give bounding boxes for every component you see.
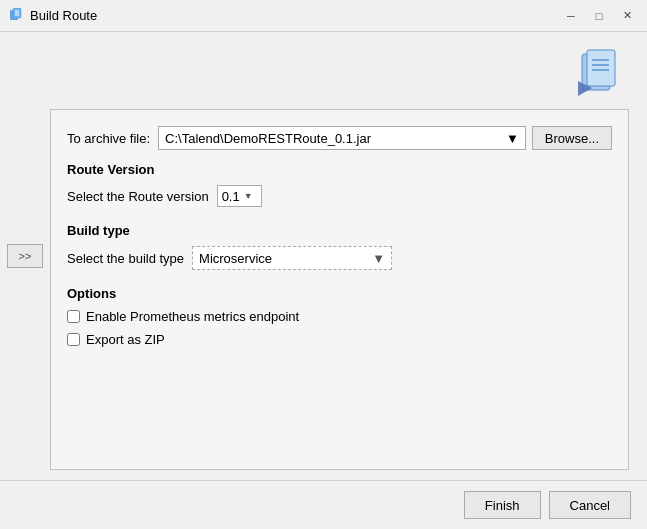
icon-area	[50, 42, 637, 109]
window-title: Build Route	[30, 8, 559, 23]
version-select[interactable]: 0.1 ▼	[217, 185, 262, 207]
minimize-button[interactable]: ─	[559, 6, 583, 26]
bottom-bar: Finish Cancel	[0, 480, 647, 529]
build-type-value: Microservice	[199, 251, 272, 266]
export-zip-label[interactable]: Export as ZIP	[86, 332, 165, 347]
cancel-button[interactable]: Cancel	[549, 491, 631, 519]
version-field-label: Select the Route version	[67, 189, 209, 204]
build-type-dropdown-arrow: ▼	[372, 251, 385, 266]
close-button[interactable]: ✕	[615, 6, 639, 26]
build-type-select[interactable]: Microservice ▼	[192, 246, 392, 270]
browse-button[interactable]: Browse...	[532, 126, 612, 150]
content-area: >> To archive file:	[0, 32, 647, 480]
build-type-label: Build type	[67, 223, 612, 238]
window-controls: ─ □ ✕	[559, 6, 639, 26]
maximize-button[interactable]: □	[587, 6, 611, 26]
main-panel: To archive file: C:\Talend\DemoRESTRoute…	[50, 32, 647, 480]
finish-button[interactable]: Finish	[464, 491, 541, 519]
export-zip-row: Export as ZIP	[67, 332, 612, 347]
form-container: To archive file: C:\Talend\DemoRESTRoute…	[50, 109, 629, 470]
archive-file-row: To archive file: C:\Talend\DemoRESTRoute…	[67, 126, 612, 150]
build-type-field-label: Select the build type	[67, 251, 184, 266]
svg-rect-6	[587, 50, 615, 86]
archive-label: To archive file:	[67, 131, 150, 146]
archive-value: C:\Talend\DemoRESTRoute_0.1.jar	[165, 131, 371, 146]
archive-dropdown-arrow: ▼	[506, 131, 519, 146]
wizard-icon	[574, 46, 629, 101]
build-type-row: Select the build type Microservice ▼	[67, 246, 612, 270]
export-zip-checkbox[interactable]	[67, 333, 80, 346]
prometheus-checkbox[interactable]	[67, 310, 80, 323]
prometheus-label[interactable]: Enable Prometheus metrics endpoint	[86, 309, 299, 324]
version-row: Select the Route version 0.1 ▼	[67, 185, 612, 207]
version-value: 0.1	[222, 189, 240, 204]
title-bar: Build Route ─ □ ✕	[0, 0, 647, 32]
left-panel: >>	[0, 32, 50, 480]
app-icon	[8, 8, 24, 24]
route-version-label: Route Version	[67, 162, 612, 177]
expand-button[interactable]: >>	[7, 244, 43, 268]
version-dropdown-arrow: ▼	[244, 191, 253, 201]
prometheus-row: Enable Prometheus metrics endpoint	[67, 309, 612, 324]
options-section: Options Enable Prometheus metrics endpoi…	[67, 286, 612, 347]
archive-input[interactable]: C:\Talend\DemoRESTRoute_0.1.jar ▼	[158, 126, 526, 150]
options-label: Options	[67, 286, 612, 301]
